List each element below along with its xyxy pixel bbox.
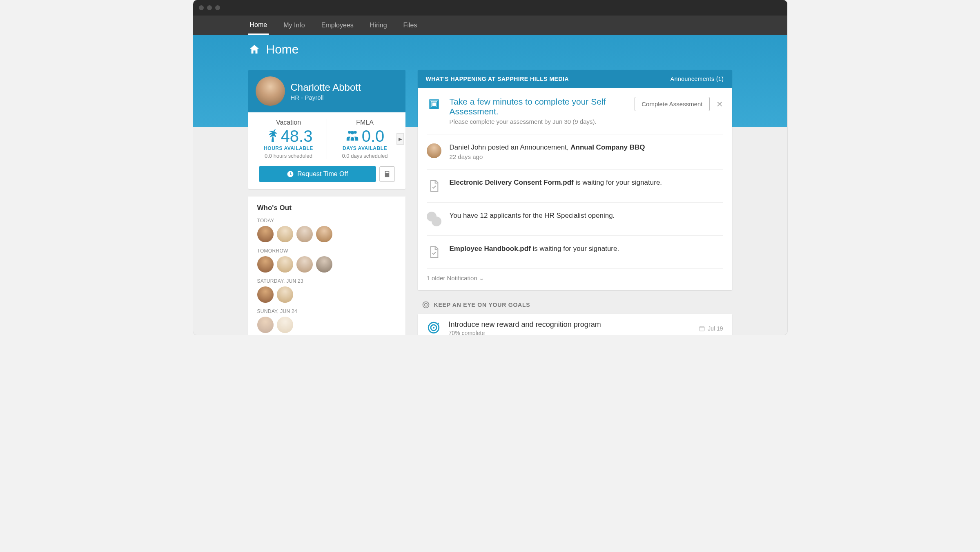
feed-item-signature-1[interactable]: Electronic Delivery Consent Form.pdf is … <box>427 170 723 203</box>
goal-due: Jul 19 <box>699 325 723 332</box>
pto-fmla[interactable]: FMLA 0.0 DAYS AVAILABLE 0.0 days schedul… <box>327 119 403 159</box>
calculator-button[interactable] <box>379 166 395 182</box>
request-time-off-button[interactable]: Request Time Off <box>259 166 376 182</box>
palm-icon <box>265 129 278 143</box>
happening-header: WHAT'S HAPPENING AT SAPPHIRE HILLS MEDIA… <box>418 70 732 88</box>
nav-files[interactable]: Files <box>402 17 419 34</box>
assessment-sub: Please complete your assessment by Jun 3… <box>450 118 627 125</box>
feed-item-applicants[interactable]: You have 12 applicants for the HR Specia… <box>427 203 723 236</box>
avatar[interactable] <box>316 226 332 242</box>
avatar[interactable] <box>257 286 274 303</box>
goal-item[interactable]: Introduce new reward and recognition pro… <box>418 314 732 335</box>
nav-my-info[interactable]: My Info <box>282 17 306 34</box>
profile-avatar[interactable] <box>256 76 285 106</box>
feed-time: 22 days ago <box>450 153 723 160</box>
feed: Take a few minutes to complete your Self… <box>418 88 732 290</box>
window-close-dot[interactable] <box>199 5 204 10</box>
window-min-dot[interactable] <box>207 5 212 10</box>
document-icon <box>427 179 441 193</box>
pto-fmla-value: 0.0 <box>362 128 385 144</box>
announcements-link[interactable]: Announcements (1) <box>670 76 724 82</box>
avatar[interactable] <box>296 226 313 242</box>
pto-vacation-scheduled: 0.0 hours scheduled <box>251 153 327 159</box>
applicants-icon <box>427 212 441 226</box>
svg-point-4 <box>432 326 434 328</box>
avatar[interactable] <box>296 256 313 273</box>
happening-card: WHAT'S HAPPENING AT SAPPHIRE HILLS MEDIA… <box>418 70 732 290</box>
whos-out-avatars-3 <box>257 317 396 333</box>
page-title: Home <box>266 42 299 56</box>
people-icon <box>345 129 359 143</box>
nav-employees[interactable]: Employees <box>320 17 355 34</box>
complete-assessment-button[interactable]: Complete Assessment <box>635 97 709 111</box>
poster-avatar <box>427 143 441 158</box>
calendar-icon <box>699 325 705 332</box>
goals=title: KEEP AN EYE ON YOUR GOALS <box>434 302 530 308</box>
avatar[interactable] <box>257 256 274 273</box>
profile-name: Charlotte Abbott <box>291 82 361 93</box>
pto-vacation[interactable]: Vacation 48.3 HOURS AVAILABLE 0.0 hours … <box>251 119 327 159</box>
feed-assessment: Take a few minutes to complete your Self… <box>427 88 723 134</box>
avatar[interactable] <box>277 286 293 303</box>
clock-icon <box>287 170 294 178</box>
chevron-down-icon: ⌄ <box>479 275 484 282</box>
frame-icon <box>427 97 441 112</box>
pto-vacation-value: 48.3 <box>281 128 313 144</box>
target-icon <box>422 301 430 309</box>
avatar[interactable] <box>277 317 293 333</box>
request-time-off-label: Request Time Off <box>297 170 348 178</box>
feed-item-signature-2[interactable]: Employee Handbook.pdf is waiting for you… <box>427 236 723 269</box>
right-column: WHAT'S HAPPENING AT SAPPHIRE HILLS MEDIA… <box>418 70 732 335</box>
whos-out-day-3: SUNDAY, JUN 24 <box>257 308 396 314</box>
page-title-row: Home <box>248 42 732 56</box>
nav-home[interactable]: Home <box>248 16 269 35</box>
pto-vacation-label: Vacation <box>251 119 327 126</box>
avatar[interactable] <box>257 317 274 333</box>
pto-fmla-scheduled: 0.0 days scheduled <box>327 153 403 159</box>
avatar[interactable] <box>277 256 293 273</box>
whos-out-card: Who's Out TODAY TOMORROW SATURDAY, JUN 2… <box>248 197 405 335</box>
goal-title: Introduce new reward and recognition pro… <box>449 320 601 329</box>
feed-text: is waiting for your signature. <box>531 245 619 253</box>
whos-out-avatars-0 <box>257 226 396 242</box>
top-nav: Home My Info Employees Hiring Files <box>193 16 787 35</box>
calculator-icon <box>383 170 391 178</box>
svg-point-0 <box>423 302 429 308</box>
whos-out-avatars-2 <box>257 286 396 303</box>
assessment-title[interactable]: Take a few minutes to complete your Self… <box>450 97 627 116</box>
profile-role: HR - Payroll <box>291 94 361 101</box>
left-column: Charlotte Abbott HR - Payroll Vacation 4… <box>248 70 405 335</box>
svg-rect-5 <box>699 326 704 331</box>
happening-title: WHAT'S HAPPENING AT SAPPHIRE HILLS MEDIA <box>426 76 569 82</box>
whos-out-avatars-1 <box>257 256 396 273</box>
home-icon <box>248 43 261 56</box>
dismiss-assessment[interactable]: ✕ <box>716 99 723 109</box>
feed-bold: Annual Company BBQ <box>570 143 645 151</box>
bullseye-icon <box>427 321 441 335</box>
feed-text: You have 12 applicants for the HR Specia… <box>450 212 615 219</box>
feed-text: Daniel John posted an Announcement, <box>450 143 571 151</box>
pto-fmla-label: FMLA <box>327 119 403 126</box>
profile-card: Charlotte Abbott HR - Payroll <box>248 70 405 112</box>
pto-card: Vacation 48.3 HOURS AVAILABLE 0.0 hours … <box>248 112 405 189</box>
feed-item-announcement[interactable]: Daniel John posted an Announcement, Annu… <box>427 134 723 170</box>
avatar[interactable] <box>277 226 293 242</box>
svg-point-1 <box>424 304 427 306</box>
document-icon <box>427 245 441 259</box>
feed-text: is waiting for your signature. <box>574 179 662 186</box>
nav-hiring[interactable]: Hiring <box>368 17 389 34</box>
app-window: Home My Info Employees Hiring Files Home… <box>193 0 787 335</box>
pto-next-arrow[interactable]: ▶ <box>396 133 404 145</box>
avatar[interactable] <box>257 226 274 242</box>
window-max-dot[interactable] <box>215 5 220 10</box>
feed-bold: Employee Handbook.pdf <box>450 245 531 253</box>
whos-out-day-2: SATURDAY, JUN 23 <box>257 278 396 284</box>
pto-vacation-unit: HOURS AVAILABLE <box>251 145 327 151</box>
older-notifications[interactable]: 1 older Notification ⌄ <box>427 269 723 290</box>
whos-out-day-0: TODAY <box>257 218 396 223</box>
avatar[interactable] <box>316 256 332 273</box>
pto-fmla-unit: DAYS AVAILABLE <box>327 145 403 151</box>
feed-bold: Electronic Delivery Consent Form.pdf <box>450 179 574 186</box>
content: Charlotte Abbott HR - Payroll Vacation 4… <box>193 70 787 335</box>
titlebar <box>193 0 787 16</box>
